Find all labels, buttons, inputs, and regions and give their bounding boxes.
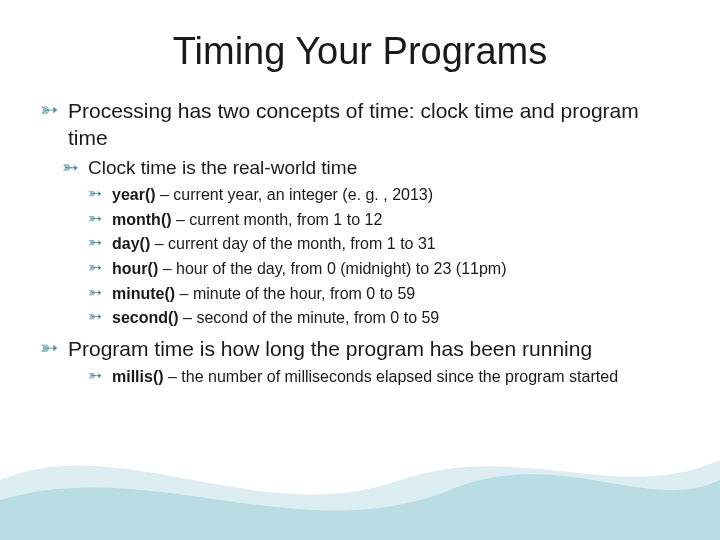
bullet-intro: ➳ Processing has two concepts of time: c… [40,97,680,152]
swirl-icon: ➳ [88,209,102,229]
bullet-clock-time: ➳ Clock time is the real-world time [62,156,680,181]
swirl-icon: ➳ [88,258,102,278]
fn-name: millis() [112,368,164,385]
bullet-fn-month: ➳ month() – current month, from 1 to 12 [88,209,680,231]
swirl-icon: ➳ [88,283,102,303]
bullet-text: Program time is how long the program has… [68,337,592,360]
swirl-icon: ➳ [62,156,79,180]
bullet-fn-hour: ➳ hour() – hour of the day, from 0 (midn… [88,258,680,280]
bullet-fn-day: ➳ day() – current day of the month, from… [88,233,680,255]
fn-desc: – the number of milliseconds elapsed sin… [164,368,618,385]
bullet-fn-millis: ➳ millis() – the number of milliseconds … [88,366,680,388]
swirl-icon: ➳ [40,97,58,123]
slide: Timing Your Programs ➳ Processing has tw… [0,0,720,540]
swirl-icon: ➳ [88,307,102,327]
bullet-fn-minute: ➳ minute() – minute of the hour, from 0 … [88,283,680,305]
swirl-icon: ➳ [88,366,102,386]
fn-name: month() [112,211,172,228]
fn-name: year() [112,186,156,203]
fn-desc: – current year, an integer (e. g. , 2013… [156,186,434,203]
bullet-fn-second: ➳ second() – second of the minute, from … [88,307,680,329]
fn-desc: – current month, from 1 to 12 [172,211,383,228]
bullet-text: Clock time is the real-world time [88,157,357,178]
swirl-icon: ➳ [88,233,102,253]
fn-name: second() [112,309,179,326]
bullet-program-time: ➳ Program time is how long the program h… [40,335,680,362]
fn-desc: – current day of the month, from 1 to 31 [150,235,435,252]
swirl-icon: ➳ [88,184,102,204]
bullet-fn-year: ➳ year() – current year, an integer (e. … [88,184,680,206]
fn-name: hour() [112,260,158,277]
fn-desc: – hour of the day, from 0 (midnight) to … [158,260,506,277]
slide-title: Timing Your Programs [40,30,680,73]
fn-desc: – second of the minute, from 0 to 59 [179,309,440,326]
fn-name: day() [112,235,150,252]
swirl-icon: ➳ [40,335,58,361]
fn-name: minute() [112,285,175,302]
bullet-text: Processing has two concepts of time: clo… [68,99,639,149]
background-wave [0,420,720,540]
fn-desc: – minute of the hour, from 0 to 59 [175,285,415,302]
